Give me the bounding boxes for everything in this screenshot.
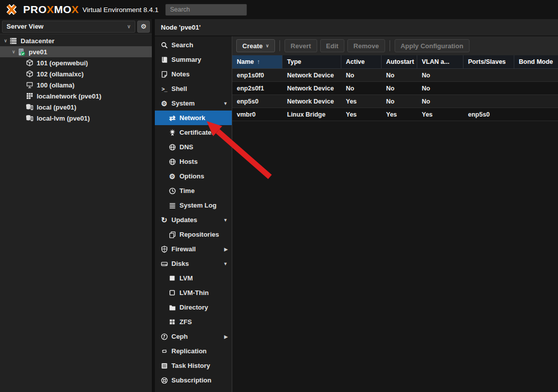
edit-button[interactable]: Edit — [320, 39, 345, 52]
menu-item-options[interactable]: ⚙Options — [155, 169, 232, 183]
menu-item-repositories[interactable]: Repositories — [155, 227, 232, 242]
notes-icon — [160, 70, 168, 78]
column-header-label: Autostart — [386, 58, 414, 65]
tree-item-label: localnetwork (pve01) — [37, 92, 102, 100]
menu-item-label: LVM-Thin — [179, 289, 209, 297]
network-content: Create∨RevertEditRemoveApply Configurati… — [232, 36, 558, 392]
cell-active: No — [341, 69, 382, 81]
view-mode-select[interactable]: Server View ∨ — [2, 21, 135, 33]
button-label: Revert — [291, 42, 311, 50]
chevron-down-icon[interactable]: ∨ — [2, 38, 9, 43]
proxmox-wordmark: PROXMOX — [23, 4, 79, 16]
chevron-down-icon: ∨ — [265, 43, 269, 48]
global-search-input[interactable] — [165, 4, 247, 16]
menu-item-directory[interactable]: Directory — [155, 300, 232, 315]
menu-item-label: Search — [171, 41, 193, 49]
tree-item-pve01[interactable]: ∨pve01 — [0, 46, 152, 57]
certificates-icon — [168, 129, 176, 136]
menu-item-label: Options — [179, 172, 204, 180]
view-mode-label: Server View — [7, 23, 43, 30]
menu-item-certificates[interactable]: Certificates — [155, 125, 232, 140]
caret-right-icon: ▶ — [224, 247, 228, 252]
remove-button[interactable]: Remove — [347, 39, 385, 52]
tree-settings-button[interactable]: ⚙ — [137, 21, 150, 33]
grid-body: enp1s0f0Network DeviceNoNoNoenp2s0f1Netw… — [232, 69, 558, 121]
syslog-icon — [168, 202, 176, 209]
tree-item-local-pve01[interactable]: local (pve01) — [0, 102, 152, 113]
cell-name: enp5s0 — [232, 95, 283, 108]
tree-item-label: local-lvm (pve01) — [37, 115, 90, 122]
caret-right-icon: ▶ — [224, 334, 228, 339]
search-icon — [160, 41, 168, 49]
menu-item-replication[interactable]: Replication — [155, 344, 232, 358]
column-header-bond-mode[interactable]: Bond Mode — [514, 55, 558, 68]
column-header-autostart[interactable]: Autostart — [382, 55, 417, 68]
menu-item-network[interactable]: ⇄Network — [155, 111, 232, 125]
menu-item-system-log[interactable]: System Log — [155, 198, 232, 213]
menu-item-label: Shell — [171, 85, 187, 92]
menu-item-lvm[interactable]: LVM — [155, 271, 232, 285]
menu-item-summary[interactable]: Summary — [155, 52, 232, 67]
table-row-enp2s0f1[interactable]: enp2s0f1Network DeviceNoNoNo — [232, 82, 558, 95]
tree-item-label: 100 (ollama) — [37, 81, 74, 89]
column-header-type[interactable]: Type — [283, 55, 341, 68]
revert-button[interactable]: Revert — [285, 39, 317, 52]
node-icon — [17, 48, 26, 56]
proxmox-logo: PROXMOX — [5, 3, 79, 16]
menu-item-notes[interactable]: Notes — [155, 67, 232, 81]
tree-item-local-lvm-pve01[interactable]: local-lvm (pve01) — [0, 113, 152, 124]
tree-item-102-ollamalxc[interactable]: 102 (ollamalxc) — [0, 68, 152, 79]
cell-type: Network Device — [283, 69, 341, 81]
menu-item-zfs[interactable]: ZFS — [155, 315, 232, 329]
chevron-down-icon[interactable]: ∨ — [10, 49, 17, 54]
tree-item-datacenter[interactable]: ∨Datacenter — [0, 35, 152, 46]
menu-item-label: Task History — [171, 362, 210, 369]
tree-item-label: 102 (ollamalxc) — [37, 70, 83, 78]
tree-item-100-ollama[interactable]: 100 (ollama) — [0, 79, 152, 90]
column-header-vlan-a[interactable]: VLAN a... — [417, 55, 463, 68]
menu-item-lvm-thin[interactable]: LVM-Thin — [155, 285, 232, 300]
column-header-name[interactable]: Name↑ — [232, 55, 283, 68]
menu-item-subscription[interactable]: Subscription — [155, 373, 232, 387]
tree-item-localnetwork-pve01[interactable]: localnetwork (pve01) — [0, 90, 152, 102]
table-row-enp5s0[interactable]: enp5s0Network DeviceYesNoNo — [232, 95, 558, 108]
panel-header: Node 'pve01' — [155, 19, 558, 36]
menu-item-label: Network — [179, 114, 205, 122]
wordmark-part: PRO — [23, 4, 47, 15]
menu-item-task-history[interactable]: Task History — [155, 358, 232, 373]
menu-item-time[interactable]: Time — [155, 183, 232, 198]
hosts-icon — [168, 158, 176, 165]
cell-type: Network Device — [283, 95, 341, 108]
cell-autostart: No — [382, 82, 417, 94]
menu-item-shell[interactable]: >_Shell — [155, 81, 232, 96]
column-header-active[interactable]: Active — [341, 55, 382, 68]
repositories-icon — [168, 231, 176, 238]
resource-tree-panel: Server View ∨ ⚙ ∨Datacenter∨pve01101 (op… — [0, 19, 152, 392]
cell-type: Linux Bridge — [283, 108, 341, 121]
menu-item-dns[interactable]: DNS — [155, 140, 232, 154]
menu-item-hosts[interactable]: Hosts — [155, 154, 232, 169]
menu-item-updates[interactable]: ↻Updates▼ — [155, 213, 232, 227]
disks-icon — [160, 260, 168, 267]
cell-autostart: Yes — [382, 108, 417, 121]
menu-item-ceph[interactable]: Ceph▶ — [155, 329, 232, 344]
menu-item-disks[interactable]: Disks▼ — [155, 256, 232, 271]
top-bar: PROXMOX Virtual Environment 8.4.1 — [0, 0, 558, 19]
resource-tree: ∨Datacenter∨pve01101 (openwebui)102 (oll… — [0, 34, 152, 124]
button-label: Create — [242, 42, 262, 50]
table-row-vmbr0[interactable]: vmbr0Linux BridgeYesYesYesenp5s0 — [232, 108, 558, 121]
apply-configuration-button[interactable]: Apply Configuration — [395, 39, 470, 52]
button-label: Apply Configuration — [401, 42, 463, 50]
tree-item-101-openwebui[interactable]: 101 (openwebui) — [0, 57, 152, 68]
column-header-label: VLAN a... — [422, 58, 449, 65]
menu-item-firewall[interactable]: Firewall▶ — [155, 242, 232, 256]
menu-item-search[interactable]: Search — [155, 38, 232, 52]
subscription-icon — [160, 376, 168, 384]
menu-item-label: Updates — [171, 216, 197, 224]
column-header-ports-slaves[interactable]: Ports/Slaves — [463, 55, 514, 68]
create-button[interactable]: Create∨ — [236, 39, 275, 52]
product-version-label: Virtual Environment 8.4.1 — [82, 6, 158, 14]
menu-item-system[interactable]: ⚙System▼ — [155, 96, 232, 111]
table-row-enp1s0f0[interactable]: enp1s0f0Network DeviceNoNoNo — [232, 69, 558, 82]
tree-view-toolbar: Server View ∨ ⚙ — [0, 19, 152, 34]
